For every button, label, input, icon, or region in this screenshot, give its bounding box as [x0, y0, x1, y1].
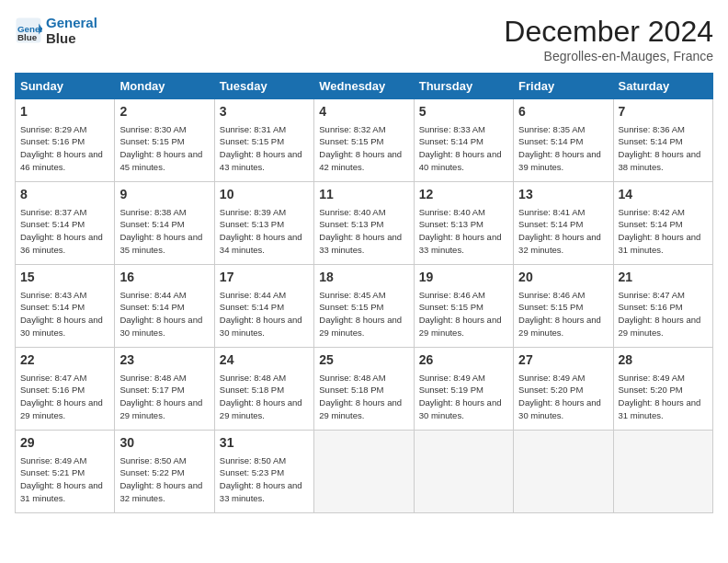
day-header-monday: Monday [115, 74, 214, 99]
day-info: Sunrise: 8:48 AM Sunset: 5:18 PM Dayligh… [220, 372, 309, 422]
week-row-5: 29 Sunrise: 8:49 AM Sunset: 5:21 PM Dayl… [16, 431, 713, 513]
day-info: Sunrise: 8:30 AM Sunset: 5:15 PM Dayligh… [119, 123, 209, 174]
day-header-wednesday: Wednesday [314, 74, 414, 99]
day-number: 6 [518, 103, 608, 121]
day-info: Sunrise: 8:42 AM Sunset: 5:14 PM Dayligh… [619, 206, 708, 257]
day-number: 17 [220, 269, 309, 287]
day-header-saturday: Saturday [613, 74, 712, 99]
day-cell: 14 Sunrise: 8:42 AM Sunset: 5:14 PM Dayl… [613, 182, 712, 265]
month-title: December 2024 [504, 15, 713, 49]
day-cell: 20 Sunrise: 8:46 AM Sunset: 5:15 PM Dayl… [514, 265, 613, 348]
day-cell: 5 Sunrise: 8:33 AM Sunset: 5:14 PM Dayli… [414, 99, 513, 182]
day-cell [414, 431, 513, 513]
day-header-tuesday: Tuesday [214, 74, 313, 99]
location-subtitle: Begrolles-en-Mauges, France [504, 49, 713, 63]
svg-text:Blue: Blue [17, 32, 38, 42]
day-cell: 30 Sunrise: 8:50 AM Sunset: 5:22 PM Dayl… [115, 431, 214, 513]
day-cell: 21 Sunrise: 8:47 AM Sunset: 5:16 PM Dayl… [613, 265, 712, 348]
day-cell [314, 431, 414, 513]
day-header-friday: Friday [514, 74, 613, 99]
day-cell: 29 Sunrise: 8:49 AM Sunset: 5:21 PM Dayl… [16, 431, 115, 513]
day-cell: 11 Sunrise: 8:40 AM Sunset: 5:13 PM Dayl… [314, 182, 414, 265]
logo-icon: General Blue [15, 17, 42, 44]
day-cell: 18 Sunrise: 8:45 AM Sunset: 5:15 PM Dayl… [314, 265, 414, 348]
day-number: 2 [119, 103, 209, 121]
day-number: 16 [119, 269, 209, 287]
day-cell: 3 Sunrise: 8:31 AM Sunset: 5:15 PM Dayli… [214, 99, 313, 182]
day-cell [514, 431, 613, 513]
day-number: 15 [20, 269, 109, 287]
calendar-table: SundayMondayTuesdayWednesdayThursdayFrid… [15, 73, 713, 513]
day-number: 24 [220, 351, 309, 370]
day-cell: 19 Sunrise: 8:46 AM Sunset: 5:15 PM Dayl… [414, 265, 513, 348]
day-number: 7 [619, 103, 708, 121]
day-info: Sunrise: 8:49 AM Sunset: 5:21 PM Dayligh… [20, 454, 109, 505]
day-info: Sunrise: 8:46 AM Sunset: 5:15 PM Dayligh… [419, 289, 508, 339]
page-header: General Blue General Blue December 2024 … [15, 15, 713, 63]
day-info: Sunrise: 8:49 AM Sunset: 5:19 PM Dayligh… [419, 372, 508, 422]
day-cell: 4 Sunrise: 8:32 AM Sunset: 5:15 PM Dayli… [314, 99, 414, 182]
day-cell: 9 Sunrise: 8:38 AM Sunset: 5:14 PM Dayli… [115, 182, 214, 265]
day-number: 22 [20, 351, 109, 370]
day-cell: 16 Sunrise: 8:44 AM Sunset: 5:14 PM Dayl… [115, 265, 214, 348]
day-info: Sunrise: 8:29 AM Sunset: 5:16 PM Dayligh… [20, 123, 109, 174]
day-info: Sunrise: 8:31 AM Sunset: 5:15 PM Dayligh… [220, 123, 309, 174]
logo-general: General [46, 15, 97, 30]
day-cell: 1 Sunrise: 8:29 AM Sunset: 5:16 PM Dayli… [16, 99, 115, 182]
day-number: 30 [119, 434, 209, 453]
day-number: 5 [419, 103, 508, 121]
day-cell: 13 Sunrise: 8:41 AM Sunset: 5:14 PM Dayl… [514, 182, 613, 265]
day-number: 1 [20, 103, 109, 121]
day-cell: 31 Sunrise: 8:50 AM Sunset: 5:23 PM Dayl… [214, 431, 313, 513]
day-number: 28 [619, 351, 708, 370]
day-cell [613, 431, 712, 513]
day-info: Sunrise: 8:48 AM Sunset: 5:18 PM Dayligh… [319, 372, 408, 422]
day-header-sunday: Sunday [16, 74, 115, 99]
day-number: 18 [319, 269, 408, 287]
day-info: Sunrise: 8:37 AM Sunset: 5:14 PM Dayligh… [20, 206, 109, 257]
day-info: Sunrise: 8:35 AM Sunset: 5:14 PM Dayligh… [518, 123, 608, 174]
day-info: Sunrise: 8:44 AM Sunset: 5:14 PM Dayligh… [119, 289, 209, 339]
day-cell: 17 Sunrise: 8:44 AM Sunset: 5:14 PM Dayl… [214, 265, 313, 348]
day-number: 14 [619, 186, 708, 204]
day-number: 19 [419, 269, 508, 287]
day-cell: 6 Sunrise: 8:35 AM Sunset: 5:14 PM Dayli… [514, 99, 613, 182]
day-info: Sunrise: 8:47 AM Sunset: 5:16 PM Dayligh… [20, 372, 109, 422]
days-header-row: SundayMondayTuesdayWednesdayThursdayFrid… [16, 74, 713, 99]
day-info: Sunrise: 8:44 AM Sunset: 5:14 PM Dayligh… [220, 289, 309, 339]
day-number: 27 [518, 351, 608, 370]
day-info: Sunrise: 8:41 AM Sunset: 5:14 PM Dayligh… [518, 206, 608, 257]
day-cell: 23 Sunrise: 8:48 AM Sunset: 5:17 PM Dayl… [115, 348, 214, 431]
day-cell: 25 Sunrise: 8:48 AM Sunset: 5:18 PM Dayl… [314, 348, 414, 431]
day-cell: 15 Sunrise: 8:43 AM Sunset: 5:14 PM Dayl… [16, 265, 115, 348]
day-cell: 22 Sunrise: 8:47 AM Sunset: 5:16 PM Dayl… [16, 348, 115, 431]
day-cell: 28 Sunrise: 8:49 AM Sunset: 5:20 PM Dayl… [613, 348, 712, 431]
day-cell: 2 Sunrise: 8:30 AM Sunset: 5:15 PM Dayli… [115, 99, 214, 182]
day-info: Sunrise: 8:47 AM Sunset: 5:16 PM Dayligh… [619, 289, 708, 339]
day-cell: 7 Sunrise: 8:36 AM Sunset: 5:14 PM Dayli… [613, 99, 712, 182]
day-cell: 27 Sunrise: 8:49 AM Sunset: 5:20 PM Dayl… [514, 348, 613, 431]
day-cell: 26 Sunrise: 8:49 AM Sunset: 5:19 PM Dayl… [414, 348, 513, 431]
day-number: 9 [119, 186, 209, 204]
day-info: Sunrise: 8:50 AM Sunset: 5:22 PM Dayligh… [119, 454, 209, 505]
logo: General Blue General Blue [15, 15, 97, 47]
day-number: 31 [220, 434, 309, 453]
day-number: 20 [518, 269, 608, 287]
day-number: 23 [119, 351, 209, 370]
day-info: Sunrise: 8:46 AM Sunset: 5:15 PM Dayligh… [518, 289, 608, 339]
day-info: Sunrise: 8:43 AM Sunset: 5:14 PM Dayligh… [20, 289, 109, 339]
logo-blue: Blue [46, 30, 97, 46]
week-row-1: 1 Sunrise: 8:29 AM Sunset: 5:16 PM Dayli… [16, 99, 713, 182]
day-number: 29 [20, 434, 109, 453]
day-info: Sunrise: 8:49 AM Sunset: 5:20 PM Dayligh… [518, 372, 608, 422]
day-number: 10 [220, 186, 309, 204]
day-number: 8 [20, 186, 109, 204]
day-cell: 10 Sunrise: 8:39 AM Sunset: 5:13 PM Dayl… [214, 182, 313, 265]
day-info: Sunrise: 8:40 AM Sunset: 5:13 PM Dayligh… [419, 206, 508, 257]
day-cell: 8 Sunrise: 8:37 AM Sunset: 5:14 PM Dayli… [16, 182, 115, 265]
week-row-2: 8 Sunrise: 8:37 AM Sunset: 5:14 PM Dayli… [16, 182, 713, 265]
day-number: 4 [319, 103, 408, 121]
day-info: Sunrise: 8:36 AM Sunset: 5:14 PM Dayligh… [619, 123, 708, 174]
day-number: 26 [419, 351, 508, 370]
week-row-4: 22 Sunrise: 8:47 AM Sunset: 5:16 PM Dayl… [16, 348, 713, 431]
